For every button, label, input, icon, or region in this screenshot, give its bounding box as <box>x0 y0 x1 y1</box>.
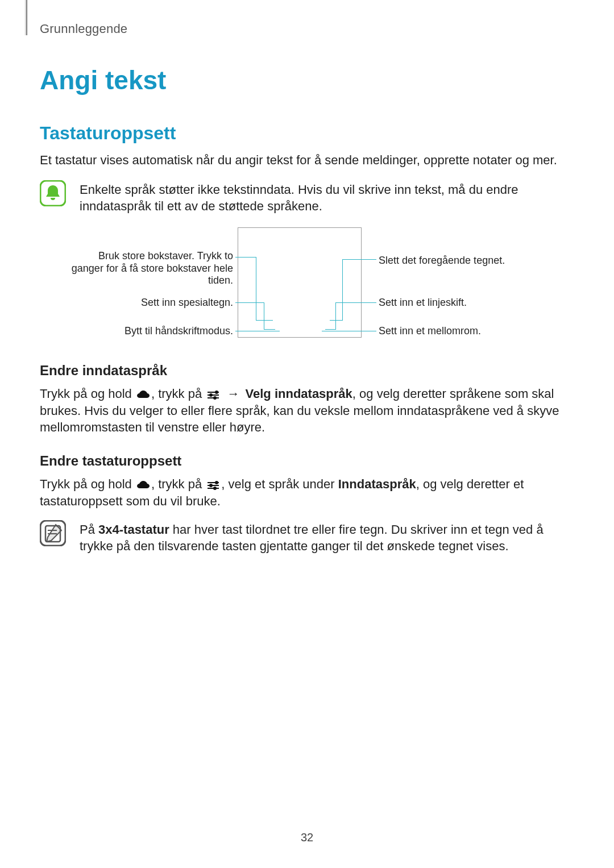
text-fragment: Trykk på og hold <box>40 477 135 491</box>
paragraph-keyboard-layout: Trykk på og hold , trykk på , velg et sp… <box>40 476 574 509</box>
page-title: Angi tekst <box>40 65 574 95</box>
header-rule <box>26 0 27 35</box>
callout-symbols: Sett inn spesialtegn. <box>68 297 233 309</box>
subheading-keyboard-layout: Endre tastaturoppsett <box>40 453 574 469</box>
menu-option-inndatasprak: Inndataspråk <box>338 477 416 491</box>
text-fragment: På <box>80 522 98 537</box>
page-number: 32 <box>0 831 614 844</box>
menu-option-velg-inndatasprak: Velg inndataspråk <box>246 387 352 401</box>
svg-point-11 <box>210 484 212 487</box>
bell-info-icon <box>40 180 66 206</box>
section-heading: Tastaturoppsett <box>40 123 574 144</box>
svg-point-12 <box>214 487 216 489</box>
leader-line <box>335 302 336 330</box>
text-fragment: , velg et språk under <box>221 477 338 491</box>
callout-caps: Bruk store bokstaver. Trykk to ganger fo… <box>68 250 233 287</box>
text-fragment: , trykk på <box>151 477 205 491</box>
leader-line <box>330 320 342 321</box>
document-page: Grunnleggende Angi tekst Tastaturoppsett… <box>0 0 614 868</box>
breadcrumb: Grunnleggende <box>40 22 574 36</box>
header-rule-shadow <box>25 0 26 35</box>
leader-line <box>335 302 376 303</box>
callout-handwriting: Bytt til håndskriftmodus. <box>68 325 233 338</box>
settings-icon <box>206 388 220 398</box>
info-note-text: Enkelte språk støtter ikke tekstinndata.… <box>80 180 574 215</box>
svg-point-6 <box>214 397 216 399</box>
callout-space: Sett inn et mellomrom. <box>379 325 566 338</box>
leader-line <box>322 331 376 331</box>
leader-line <box>264 329 275 330</box>
arrow-icon: → <box>221 387 245 401</box>
keyboard-diagram: Bruk store bokstaver. Trykk to ganger fo… <box>40 227 574 346</box>
svg-point-10 <box>215 481 218 484</box>
leader-line <box>325 329 335 330</box>
leader-line <box>235 331 280 331</box>
settings-icon <box>206 478 220 488</box>
text-fragment: Trykk på og hold <box>40 387 135 401</box>
note-pad-icon <box>40 520 66 546</box>
leader-line <box>235 257 256 258</box>
keyboard-type-3x4: 3x4-tastatur <box>98 522 169 537</box>
callout-linebreak: Sett inn et linjeskift. <box>379 297 566 309</box>
leader-line <box>342 259 376 260</box>
leader-line <box>256 320 273 321</box>
leader-line <box>256 257 256 321</box>
paragraph-input-language: Trykk på og hold , trykk på → Velg innda… <box>40 385 574 436</box>
callout-backspace: Slett det foregående tegnet. <box>379 255 566 267</box>
leader-line <box>264 302 264 330</box>
t-swipe-icon <box>136 388 150 398</box>
subheading-input-language: Endre inndataspråk <box>40 363 574 379</box>
tip-note-text: På 3x4-tastatur har hver tast tilordnet … <box>80 520 574 555</box>
intro-paragraph: Et tastatur vises automatisk når du angi… <box>40 152 574 169</box>
text-fragment: , trykk på <box>151 387 205 401</box>
leader-line <box>235 302 264 303</box>
info-note: Enkelte språk støtter ikke tekstinndata.… <box>40 180 574 215</box>
leader-line <box>342 259 343 321</box>
t-swipe-icon <box>136 478 150 488</box>
tip-note: På 3x4-tastatur har hver tast tilordnet … <box>40 520 574 555</box>
svg-point-4 <box>215 391 218 393</box>
svg-point-5 <box>210 394 212 396</box>
